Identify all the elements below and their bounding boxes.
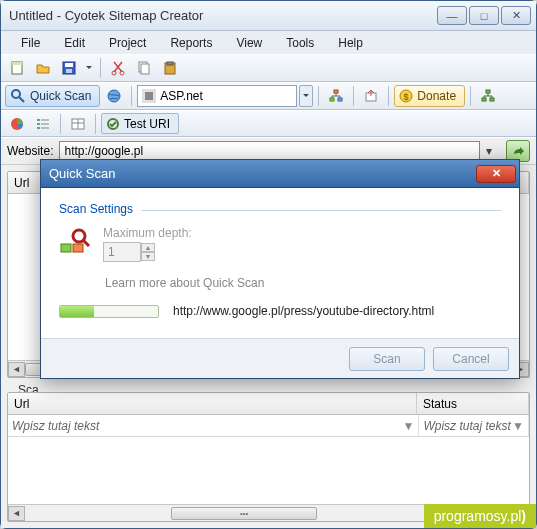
svg-rect-36 xyxy=(61,244,71,252)
svg-point-11 xyxy=(12,90,20,98)
lower-col-header: Url Status xyxy=(8,393,529,415)
search-icon xyxy=(10,88,26,104)
address-value: ASP.net xyxy=(160,89,202,103)
quick-scan-label: Quick Scan xyxy=(30,89,91,103)
quick-scan-dialog: Quick Scan ✕ Scan Settings Maximum depth… xyxy=(40,159,520,379)
lower-body xyxy=(8,437,529,504)
svg-line-12 xyxy=(19,97,24,102)
save-icon[interactable] xyxy=(57,57,81,79)
svg-rect-31 xyxy=(41,127,49,129)
list-icon[interactable] xyxy=(31,113,55,135)
menubar: File Edit Project Reports View Tools Hel… xyxy=(1,31,536,54)
menu-edit[interactable]: Edit xyxy=(54,34,95,52)
lower-col-url[interactable]: Url xyxy=(8,393,417,414)
dialog-footer: Scan Cancel xyxy=(41,338,519,378)
svg-rect-28 xyxy=(37,127,40,129)
svg-rect-37 xyxy=(73,244,83,252)
website-label: Website: xyxy=(7,144,53,158)
donate-button[interactable]: $ Donate xyxy=(394,85,465,107)
spin-down-icon[interactable]: ▼ xyxy=(141,252,155,261)
toolbar-file xyxy=(1,54,536,82)
lower-group: Sca Url Status Wpisz tutaj tekst ▼ Wpisz… xyxy=(7,384,530,522)
progress-url: http://www.google.pl/press/youtube-direc… xyxy=(173,304,434,318)
svg-rect-16 xyxy=(334,90,338,93)
app-window: Untitled - Cyotek Sitemap Creator — □ ✕ … xyxy=(0,0,537,529)
svg-rect-18 xyxy=(338,98,342,101)
svg-rect-1 xyxy=(12,62,22,65)
menu-view[interactable]: View xyxy=(226,34,272,52)
copy-icon[interactable] xyxy=(132,57,156,79)
donate-label: Donate xyxy=(417,89,456,103)
filter-icon[interactable]: ▼ xyxy=(403,419,415,433)
test-uri-label: Test URI xyxy=(124,117,170,131)
maximize-button[interactable]: □ xyxy=(469,6,499,25)
filter-icon[interactable]: ▼ xyxy=(512,419,524,433)
cut-icon[interactable] xyxy=(106,57,130,79)
svg-rect-27 xyxy=(37,123,40,125)
website-input[interactable] xyxy=(59,141,480,161)
progress-bar xyxy=(59,305,159,318)
depth-label: Maximum depth: xyxy=(103,226,192,240)
svg-rect-10 xyxy=(167,62,173,65)
svg-rect-15 xyxy=(145,92,153,100)
scroll-left-icon[interactable]: ◄ xyxy=(8,362,25,377)
depth-input[interactable] xyxy=(103,242,141,262)
address-box[interactable]: ASP.net xyxy=(137,85,297,107)
titlebar: Untitled - Cyotek Sitemap Creator — □ ✕ xyxy=(1,1,536,31)
toolbar-misc: Test URI xyxy=(1,110,536,137)
svg-line-39 xyxy=(83,240,89,246)
close-button[interactable]: ✕ xyxy=(501,6,531,25)
dialog-close-button[interactable]: ✕ xyxy=(476,165,516,183)
svg-rect-30 xyxy=(41,123,49,125)
depth-spinner[interactable]: ▲ ▼ xyxy=(103,242,192,262)
lower-filter-row: Wpisz tutaj tekst ▼ Wpisz tutaj tekst ▼ xyxy=(8,415,529,437)
dialog-titlebar: Quick Scan ✕ xyxy=(41,160,519,188)
lower-panel: Url Status Wpisz tutaj tekst ▼ Wpisz tut… xyxy=(7,392,530,522)
new-icon[interactable] xyxy=(5,57,29,79)
svg-rect-26 xyxy=(37,119,40,121)
favicon-icon xyxy=(142,89,156,103)
scroll-left-icon[interactable]: ◄ xyxy=(8,506,25,521)
window-title: Untitled - Cyotek Sitemap Creator xyxy=(9,8,436,23)
svg-rect-22 xyxy=(486,90,490,93)
learn-more-link[interactable]: Learn more about Quick Scan xyxy=(105,276,501,290)
scan-settings-label: Scan Settings xyxy=(59,202,133,216)
tree-icon[interactable] xyxy=(476,85,500,107)
website-dropdown-icon[interactable]: ▾ xyxy=(486,144,500,158)
menu-reports[interactable]: Reports xyxy=(160,34,222,52)
scan-icon xyxy=(59,226,91,258)
lower-filter-status[interactable]: Wpisz tutaj tekst ▼ xyxy=(419,415,529,436)
svg-rect-3 xyxy=(65,63,73,67)
menu-tools[interactable]: Tools xyxy=(276,34,324,52)
toolbar-scan: Quick Scan ASP.net $ Donate xyxy=(1,82,536,110)
svg-text:$: $ xyxy=(404,92,409,102)
export-icon[interactable] xyxy=(359,85,383,107)
watermark: programosy.pl) xyxy=(424,504,536,528)
paste-icon[interactable] xyxy=(158,57,182,79)
link-check-icon xyxy=(106,117,120,131)
lower-col-status[interactable]: Status xyxy=(417,393,529,414)
address-dropdown-icon[interactable] xyxy=(299,85,313,107)
save-dropdown-icon[interactable] xyxy=(83,57,95,79)
pie-icon[interactable] xyxy=(5,113,29,135)
cancel-button[interactable]: Cancel xyxy=(433,347,509,371)
svg-rect-24 xyxy=(490,98,494,101)
minimize-button[interactable]: — xyxy=(437,6,467,25)
menu-file[interactable]: File xyxy=(11,34,50,52)
go-arrow-icon xyxy=(511,144,525,158)
table-icon[interactable] xyxy=(66,113,90,135)
svg-rect-4 xyxy=(66,69,72,73)
lower-filter-url[interactable]: Wpisz tutaj tekst ▼ xyxy=(8,415,419,436)
sitemap-icon[interactable] xyxy=(324,85,348,107)
menu-project[interactable]: Project xyxy=(99,34,156,52)
test-uri-button[interactable]: Test URI xyxy=(101,113,179,134)
open-icon[interactable] xyxy=(31,57,55,79)
svg-rect-17 xyxy=(330,98,334,101)
spin-up-icon[interactable]: ▲ xyxy=(141,243,155,252)
globe-icon[interactable] xyxy=(102,85,126,107)
svg-rect-8 xyxy=(141,64,149,74)
svg-rect-29 xyxy=(41,119,49,121)
quick-scan-button[interactable]: Quick Scan xyxy=(5,85,100,107)
scan-button[interactable]: Scan xyxy=(349,347,425,371)
menu-help[interactable]: Help xyxy=(328,34,373,52)
